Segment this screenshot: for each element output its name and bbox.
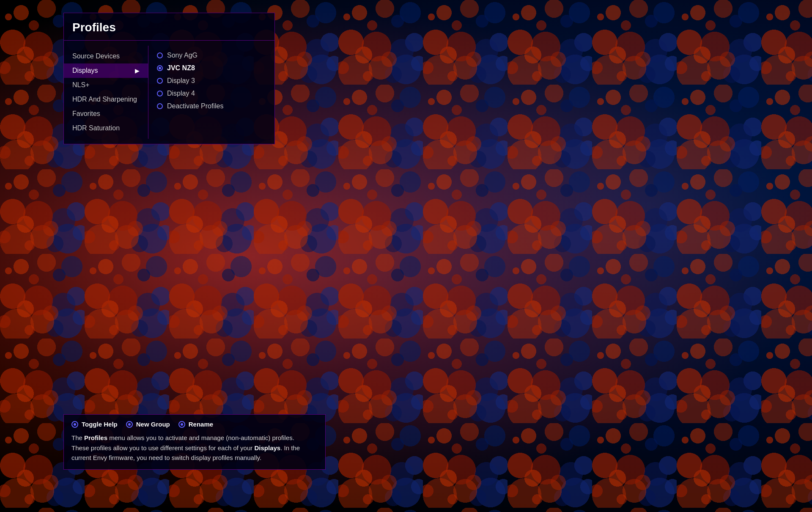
menu-left-nav: Source Devices Displays ▶ NLS+ HDR And S… xyxy=(64,46,148,139)
menu-item-displays[interactable]: Displays ▶ xyxy=(64,63,148,78)
submenu-item-display4[interactable]: Display 4 xyxy=(155,87,268,100)
menu-item-hdr-sharpening[interactable]: HDR And Sharpening xyxy=(64,92,148,107)
displays-bold: Displays xyxy=(254,444,280,451)
radio-icon-display3 xyxy=(157,78,163,84)
menu-right-submenu: Sony AgG JVC NZ8 Display 3 Display 4 Dea… xyxy=(148,46,274,139)
rename-button[interactable]: Rename xyxy=(178,421,213,428)
menu-title: Profiles xyxy=(64,13,274,41)
new-group-icon xyxy=(126,421,133,428)
profiles-menu-panel: Profiles Source Devices Displays ▶ NLS+ … xyxy=(63,13,275,144)
help-panel: Toggle Help New Group Rename The Profile… xyxy=(63,414,326,470)
radio-icon-display4 xyxy=(157,91,163,96)
radio-icon-jvc-nz8 xyxy=(157,65,163,71)
submenu-item-jvc-nz8[interactable]: JVC NZ8 xyxy=(155,62,268,74)
radio-icon-sony-agg xyxy=(157,52,163,58)
new-group-button[interactable]: New Group xyxy=(126,421,170,428)
submenu-item-sony-agg[interactable]: Sony AgG xyxy=(155,49,268,62)
toggle-help-icon xyxy=(71,421,78,428)
help-buttons-row: Toggle Help New Group Rename xyxy=(71,421,318,428)
help-line-2: These profiles allow you to use differen… xyxy=(71,443,318,463)
help-line-1: The Profiles menu allows you to activate… xyxy=(71,433,318,443)
profiles-bold: Profiles xyxy=(84,434,107,441)
radio-icon-deactivate xyxy=(157,103,163,109)
menu-content: Source Devices Displays ▶ NLS+ HDR And S… xyxy=(64,41,274,144)
menu-item-source-devices[interactable]: Source Devices xyxy=(64,49,148,63)
submenu-item-deactivate[interactable]: Deactivate Profiles xyxy=(155,100,268,113)
rename-icon xyxy=(178,421,185,428)
help-text: The Profiles menu allows you to activate… xyxy=(71,433,318,462)
menu-item-nls[interactable]: NLS+ xyxy=(64,78,148,92)
arrow-icon: ▶ xyxy=(135,67,140,74)
submenu-item-display3[interactable]: Display 3 xyxy=(155,74,268,87)
menu-item-hdr-saturation[interactable]: HDR Saturation xyxy=(64,121,148,135)
toggle-help-button[interactable]: Toggle Help xyxy=(71,421,118,428)
menu-item-favorites[interactable]: Favorites xyxy=(64,107,148,121)
